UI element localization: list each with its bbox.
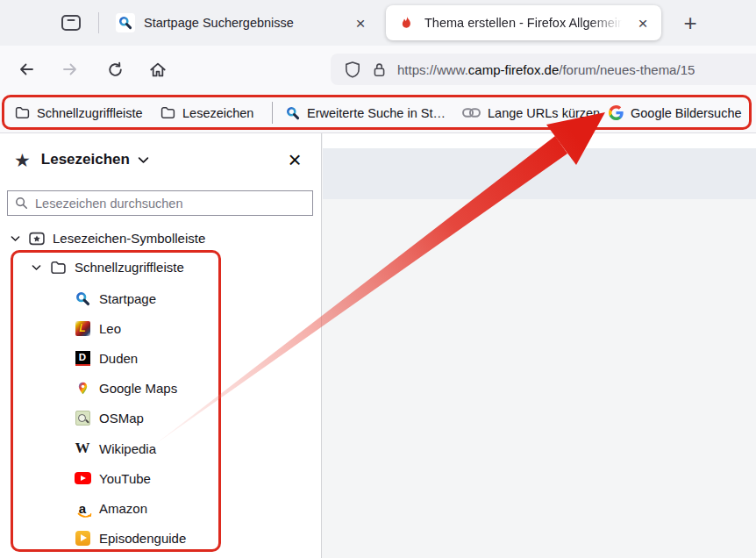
tree-label: Schnellzugriffleiste (75, 260, 184, 275)
bookmark-folder-schnellzugriffleiste[interactable]: Schnellzugriffleiste (15, 93, 143, 132)
sidebar-search-box[interactable] (7, 190, 313, 216)
folder-icon (50, 261, 67, 275)
tab-bar: Startpage Suchergebnisse × Thema erstell… (0, 0, 756, 46)
bookmark-item-leo[interactable]: L Leo (0, 313, 321, 343)
folder-icon (160, 106, 175, 119)
chevron-down-icon (138, 156, 149, 164)
shield-icon[interactable] (339, 56, 366, 82)
bookmark-label: Leo (99, 321, 121, 336)
url-path: /forum/neues-thema/15 (559, 62, 695, 77)
bookmark-label: Wikipedia (99, 441, 156, 456)
sidebar-switcher-dropdown[interactable] (138, 156, 149, 164)
tab-startpage[interactable]: Startpage Suchergebnisse × (105, 5, 379, 40)
bookmarks-sidebar: ★ Lesezeichen × (0, 133, 322, 558)
google-maps-pin-icon (74, 380, 91, 397)
folder-icon (15, 106, 30, 119)
amazon-icon: a (74, 499, 91, 517)
url-domain: camp-firefox.de (468, 62, 559, 77)
page-top-strip (323, 133, 756, 148)
tab-thema-erstellen[interactable]: Thema erstellen - Firefox Allgemein × (386, 5, 661, 40)
bookmark-label: Episodenguide (99, 531, 186, 546)
leo-icon: L (74, 319, 91, 337)
forward-arrow-icon (61, 61, 79, 78)
tree-label: Lesezeichen-Symbolleiste (53, 231, 205, 246)
wikipedia-icon: W (74, 440, 91, 457)
bookmark-label: OSMap (99, 411, 144, 426)
bookmark-label: YouTube (99, 471, 151, 486)
navigation-toolbar: https://www.camp-firefox.de/forum/neues-… (0, 46, 756, 93)
osmap-icon (74, 410, 91, 427)
close-tab-icon[interactable]: × (351, 13, 370, 32)
search-input[interactable] (35, 197, 305, 211)
page-header-band (323, 148, 756, 199)
bookmark-erweiterte-suche[interactable]: Erweiterte Suche in St… (286, 93, 446, 132)
bookmark-folder-lesezeichen[interactable]: Lesezeichen (160, 93, 253, 132)
tab-separator (98, 12, 99, 33)
bookmark-label: Lange URLs kürzen (488, 106, 600, 120)
chevron-down-icon[interactable] (32, 264, 41, 271)
bookmark-google-bildersuche[interactable]: Google Bildersuche (609, 93, 742, 132)
startpage-search-icon (286, 106, 300, 120)
firefox-view-icon (61, 15, 81, 31)
page-content-area (323, 133, 756, 558)
duden-icon: D (74, 349, 91, 367)
bookmark-label: Erweiterte Suche in St… (307, 106, 446, 120)
tab-title: Thema erstellen - Firefox Allgemein (424, 16, 626, 30)
link-icon (462, 107, 481, 118)
bookmark-item-osmap[interactable]: OSMap (0, 404, 321, 433)
bookmark-label: Lesezeichen (182, 106, 253, 120)
tree-row-schnellzugriffleiste-selected[interactable]: Schnellzugriffleiste (0, 253, 321, 282)
toolbar-separator (272, 102, 273, 124)
tab-title: Startpage Suchergebnisse (144, 16, 344, 30)
bookmark-list: Startpage L Leo D Duden (0, 283, 321, 554)
startpage-favicon-icon (116, 13, 135, 32)
bookmark-item-youtube[interactable]: YouTube (0, 463, 321, 493)
bookmark-lange-urls[interactable]: Lange URLs kürzen (462, 93, 600, 132)
bookmarks-star-icon: ★ (14, 151, 31, 169)
bookmark-item-duden[interactable]: D Duden (0, 343, 321, 373)
bookmark-label: Google Maps (99, 381, 177, 396)
home-button[interactable] (143, 54, 173, 84)
search-icon (15, 197, 28, 210)
startpage-icon (74, 290, 91, 307)
address-bar[interactable]: https://www.camp-firefox.de/forum/neues-… (331, 54, 756, 85)
new-tab-button[interactable]: + (675, 8, 705, 38)
forward-button[interactable] (55, 54, 85, 84)
url-text[interactable]: https://www.camp-firefox.de/forum/neues-… (397, 62, 695, 77)
sidebar-title: Lesezeichen (41, 151, 130, 168)
close-tab-icon[interactable]: × (633, 13, 653, 32)
bookmarks-toolbar: Schnellzugriffleiste Lesezeichen Erweite… (0, 93, 756, 133)
bookmark-label: Google Bildersuche (631, 106, 742, 120)
lock-icon[interactable] (366, 56, 392, 82)
bookmark-label: Startpage (99, 291, 156, 306)
tree-row-symbolleiste[interactable]: Lesezeichen-Symbolleiste (0, 225, 321, 252)
back-arrow-icon (18, 61, 35, 78)
reload-button[interactable] (100, 54, 130, 84)
sidebar-header: ★ Lesezeichen × (0, 140, 321, 179)
bookmark-item-startpage[interactable]: Startpage (0, 283, 321, 313)
bookmark-label: Amazon (99, 501, 147, 516)
bookmark-item-episodenguide[interactable]: Episodenguide (0, 524, 321, 554)
bookmark-item-wikipedia[interactable]: W Wikipedia (0, 433, 321, 463)
bookmarks-toolbar-folder-icon (29, 232, 45, 246)
bookmark-label: Schnellzugriffleiste (37, 106, 143, 120)
youtube-icon (74, 469, 91, 487)
episodenguide-icon (74, 530, 91, 547)
bookmark-item-google-maps[interactable]: Google Maps (0, 374, 321, 404)
firefox-view-button[interactable] (54, 9, 88, 37)
browser-window: Startpage Suchergebnisse × Thema erstell… (0, 0, 756, 558)
back-button[interactable] (11, 54, 41, 84)
url-scheme: https://www. (397, 62, 468, 77)
home-icon (149, 61, 167, 78)
chevron-down-icon[interactable] (11, 235, 20, 242)
reload-icon (107, 61, 124, 78)
bookmark-item-amazon[interactable]: a Amazon (0, 493, 321, 523)
sidebar-close-button[interactable]: × (282, 147, 307, 172)
flame-favicon-icon (396, 13, 416, 32)
google-icon (609, 105, 624, 120)
bookmark-label: Duden (99, 351, 138, 366)
